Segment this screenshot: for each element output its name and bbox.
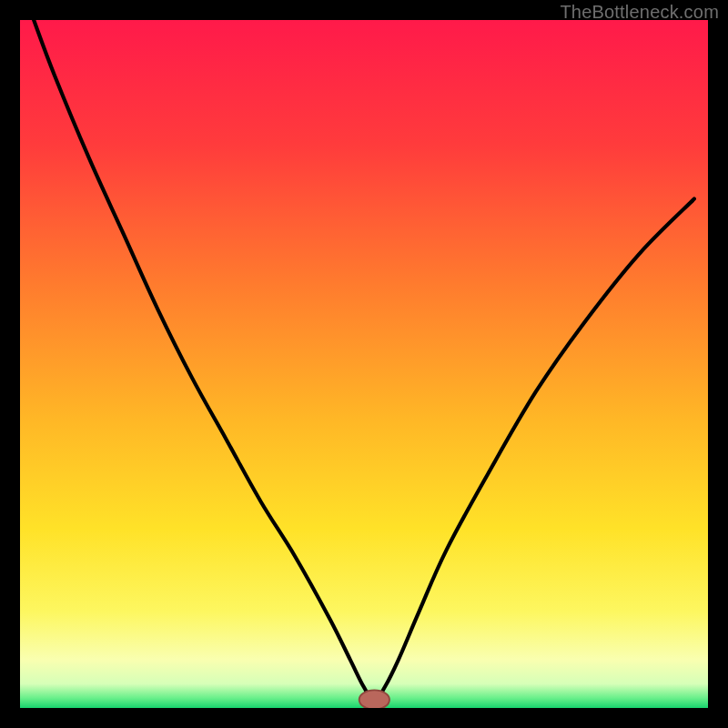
chart-frame: TheBottleneck.com	[0, 0, 728, 728]
watermark-text: TheBottleneck.com	[560, 2, 719, 23]
gradient-background	[20, 20, 708, 708]
bottleneck-chart	[20, 20, 708, 708]
plot-area	[20, 20, 708, 708]
optimal-point-marker	[359, 690, 389, 708]
